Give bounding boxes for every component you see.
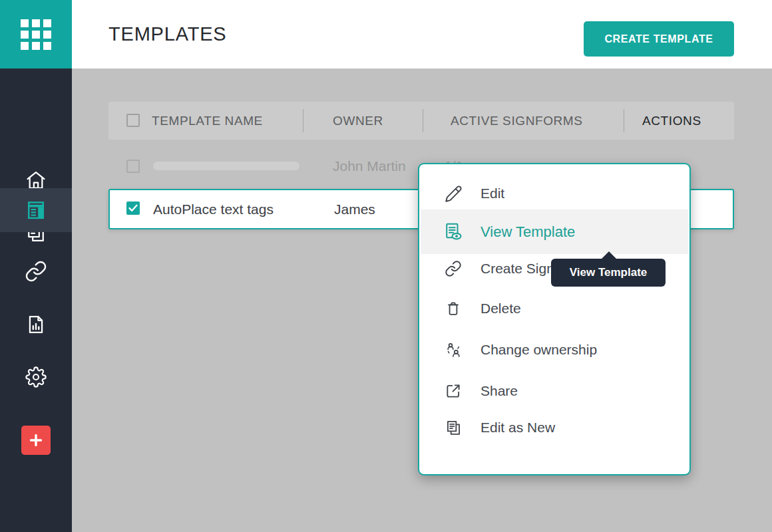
menu-item-share[interactable]: Share <box>421 373 688 409</box>
trash-icon <box>443 299 463 319</box>
column-divider <box>303 109 303 132</box>
sidebar-item-templates[interactable] <box>0 188 72 232</box>
templates-icon <box>25 199 47 221</box>
gear-icon <box>25 366 47 388</box>
link-icon <box>443 259 463 279</box>
app-window: TEMPLATES CREATE TEMPLATE <box>0 0 772 532</box>
app-launcher[interactable] <box>0 0 72 68</box>
grid-icon <box>21 19 51 50</box>
report-icon <box>25 313 47 336</box>
view-template-tooltip: View Template <box>551 259 666 287</box>
select-all-checkbox[interactable] <box>126 114 140 127</box>
menu-item-edit-as-new[interactable]: Edit as New <box>421 410 688 446</box>
row-checkbox-checked[interactable] <box>126 201 140 215</box>
menu-item-edit[interactable]: Edit <box>421 176 688 211</box>
change-ownership-icon <box>443 340 463 360</box>
template-name-placeholder <box>153 162 299 170</box>
menu-item-label: Create Sign <box>481 261 554 277</box>
template-name-cell: AutoPlace text tags <box>153 190 274 228</box>
owner-cell: John Martin <box>333 149 406 184</box>
column-template-name[interactable]: TEMPLATE NAME <box>152 102 263 140</box>
checkmark-icon <box>128 204 138 212</box>
row-checkbox[interactable] <box>126 160 140 173</box>
menu-item-delete[interactable]: Delete <box>421 291 688 327</box>
tooltip-caret <box>601 251 617 259</box>
menu-item-label: Delete <box>481 301 521 317</box>
menu-item-label: View Template <box>481 223 575 241</box>
column-divider <box>624 109 624 132</box>
sidebar-item-settings[interactable] <box>0 355 72 399</box>
link-icon <box>25 260 47 283</box>
tooltip-text: View Template <box>570 266 648 279</box>
column-active-signforms[interactable]: ACTIVE SIGNFORMS <box>451 102 583 140</box>
table-header: TEMPLATE NAME OWNER ACTIVE SIGNFORMS ACT… <box>108 102 734 140</box>
menu-item-label: Edit as New <box>481 420 555 436</box>
page-title: TEMPLATES <box>108 0 226 68</box>
menu-item-change-ownership[interactable]: Change ownership <box>421 332 688 368</box>
column-divider <box>423 109 423 132</box>
menu-item-view-template[interactable]: View Template <box>421 209 688 254</box>
column-owner[interactable]: OWNER <box>333 102 383 140</box>
menu-item-label: Share <box>481 383 518 399</box>
pencil-icon <box>443 184 463 203</box>
add-new-button[interactable] <box>21 426 51 455</box>
owner-cell: James <box>334 190 375 228</box>
edit-as-new-icon <box>443 418 463 438</box>
share-icon <box>443 381 463 401</box>
menu-item-label: Change ownership <box>481 342 597 358</box>
sidebar <box>0 68 72 532</box>
column-actions[interactable]: ACTIONS <box>642 102 701 140</box>
view-template-icon <box>443 222 463 242</box>
sidebar-item-reports[interactable] <box>0 303 72 346</box>
plus-icon <box>29 434 43 447</box>
sidebar-item-signforms[interactable] <box>0 249 72 293</box>
menu-item-label: Edit <box>481 186 504 201</box>
create-template-button[interactable]: CREATE TEMPLATE <box>584 21 734 57</box>
actions-context-menu: Edit View Template Create Sign <box>418 163 691 475</box>
